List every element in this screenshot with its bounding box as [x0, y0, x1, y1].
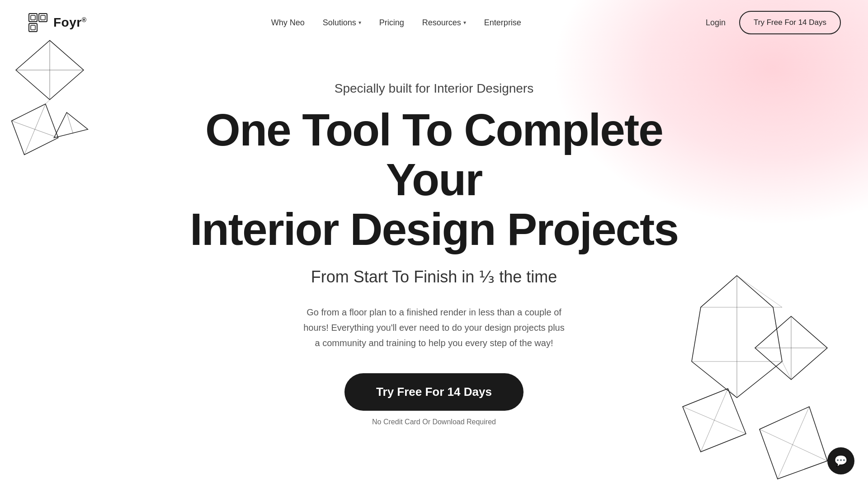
svg-rect-32 [29, 23, 37, 32]
hero-description: Go from a floor plan to a finished rende… [303, 305, 565, 351]
no-credit-card-text: No Credit Card Or Download Required [372, 418, 496, 426]
header-actions: Login Try Free For 14 Days [706, 11, 841, 34]
chat-icon: 💬 [834, 455, 848, 467]
logo-text: Foyr® [53, 15, 87, 30]
main-nav: Why Neo Solutions ▾ Pricing Resources ▾ … [87, 18, 706, 28]
nav-enterprise[interactable]: Enterprise [484, 18, 521, 28]
try-free-button-main[interactable]: Try Free For 14 Days [344, 373, 524, 411]
logo[interactable]: Foyr® [27, 12, 87, 33]
nav-why-neo[interactable]: Why Neo [271, 18, 305, 28]
hero-subtitle: Specially built for Interior Designers [335, 81, 533, 96]
logo-icon [27, 12, 49, 33]
svg-rect-33 [31, 25, 35, 30]
solutions-chevron-icon: ▾ [359, 19, 361, 26]
svg-rect-28 [29, 14, 37, 22]
login-link[interactable]: Login [706, 18, 726, 28]
chat-widget[interactable]: 💬 [827, 447, 854, 474]
header: Foyr® Why Neo Solutions ▾ Pricing Resour… [0, 0, 868, 45]
nav-solutions[interactable]: Solutions ▾ [323, 18, 361, 28]
try-free-button-nav[interactable]: Try Free For 14 Days [739, 11, 841, 34]
hero-tagline: From Start To Finish in ⅓ the time [311, 267, 557, 286]
nav-pricing[interactable]: Pricing [379, 18, 404, 28]
svg-rect-29 [31, 15, 35, 20]
nav-resources[interactable]: Resources ▾ [422, 18, 466, 28]
svg-rect-30 [39, 14, 47, 22]
svg-rect-31 [41, 15, 45, 20]
resources-chevron-icon: ▾ [463, 19, 466, 26]
hero-section: Specially built for Interior Designers O… [0, 45, 868, 453]
hero-heading: One Tool To Complete Your Interior Desig… [185, 105, 683, 254]
